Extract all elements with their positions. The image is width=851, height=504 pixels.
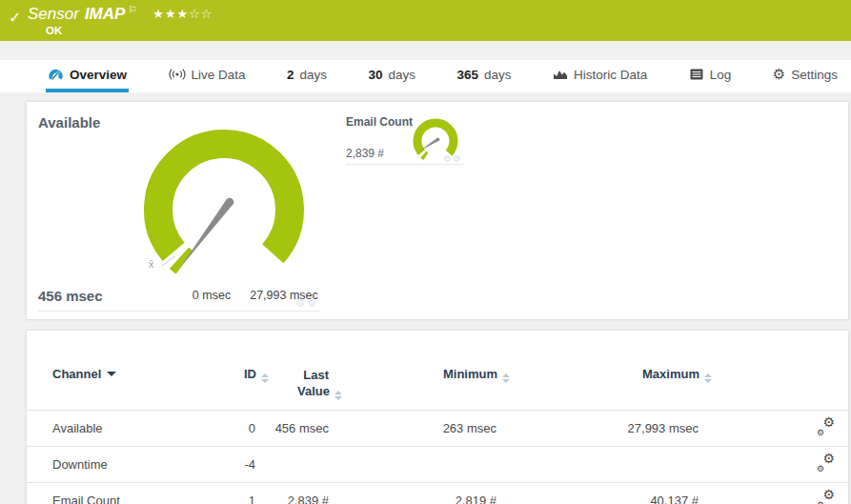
- sensor-type-label: Sensor: [28, 5, 79, 24]
- actions-cell: ⚙⚙: [699, 411, 848, 447]
- sensor-name: IMAP: [85, 5, 126, 24]
- table-row: Email Count 1 2,839 # 2,819 # 40,137 # ⚙…: [27, 483, 848, 504]
- gauge-title: Available: [38, 114, 100, 131]
- column-label: Maximum: [642, 367, 699, 381]
- area-chart-icon: [553, 68, 568, 81]
- page-content: Available x̄ 0 msec 27,993 msec 456 msec…: [0, 92, 851, 504]
- log-list-icon: [689, 68, 704, 81]
- gauges-card: Available x̄ 0 msec 27,993 msec 456 msec…: [27, 102, 848, 319]
- minimum-cell: 263 msec: [329, 411, 496, 447]
- maximum-cell: 27,993 msec: [496, 411, 699, 447]
- stars-empty[interactable]: ☆☆: [189, 7, 213, 21]
- column-label: Minimum: [443, 367, 497, 381]
- channel-name-cell: Available: [27, 411, 198, 447]
- tab-30-days[interactable]: 30 days: [367, 60, 418, 92]
- tab-label: days: [300, 68, 328, 82]
- table-row: Available 0 456 msec 263 msec 27,993 mse…: [27, 411, 848, 447]
- gauge-title: Email Count: [346, 115, 413, 129]
- tab-label: Historic Data: [574, 68, 647, 82]
- tab-historic-data[interactable]: Historic Data: [551, 60, 649, 92]
- last-value-cell: [255, 447, 329, 483]
- column-header-actions: [699, 331, 848, 411]
- minimum-cell: [329, 447, 496, 483]
- tab-live-data[interactable]: Live Data: [167, 60, 248, 92]
- sorted-desc-icon: [107, 372, 116, 376]
- tab-number: 365: [457, 68, 479, 82]
- tab-label: Live Data: [192, 68, 246, 82]
- tab-365-days[interactable]: 365 days: [456, 60, 514, 92]
- table-row: Downtime -4 ⚙⚙: [27, 447, 848, 483]
- available-gauge-block: Available x̄ 0 msec 27,993 msec 456 msec…: [38, 110, 320, 312]
- gear-icon: ⚙: [773, 70, 785, 79]
- gauge-settings-icons[interactable]: ⚙⚙: [443, 153, 462, 164]
- average-marker: x̄: [149, 258, 154, 270]
- page-title: Sensor IMAP ⚐ ★★★☆☆: [28, 5, 213, 24]
- tab-bar: Overview Live Data 2 days 30 days 365 da…: [0, 60, 851, 92]
- channel-id-cell: 1: [198, 483, 255, 504]
- gear-icon: ⚙: [817, 428, 824, 437]
- tab-label: Overview: [70, 68, 127, 82]
- channels-table: Channel ID Last Value Minimum Maximum Av…: [27, 331, 848, 504]
- channel-settings-icon[interactable]: ⚙⚙: [817, 454, 835, 471]
- gauge-value: 2,839 #: [346, 147, 384, 160]
- channels-card: Channel ID Last Value Minimum Maximum Av…: [27, 331, 848, 504]
- last-value-cell: 2,839 #: [255, 483, 329, 504]
- column-header-channel[interactable]: Channel: [27, 331, 198, 411]
- sensor-status-badge: OK: [46, 25, 62, 36]
- tab-overview[interactable]: Overview: [46, 60, 129, 92]
- sort-icon[interactable]: [704, 373, 712, 383]
- gear-icon: ⚙: [817, 500, 824, 504]
- tab-label: days: [484, 68, 512, 82]
- tab-label: Settings: [791, 68, 838, 82]
- gear-icon: ⚙: [822, 451, 835, 466]
- tab-label: Log: [710, 68, 732, 82]
- actions-cell: ⚙⚙: [699, 483, 848, 504]
- channel-name-cell: Email Count: [27, 483, 198, 504]
- gauge-scale-min: 0 msec: [192, 289, 231, 302]
- channel-settings-icon[interactable]: ⚙⚙: [817, 418, 835, 434]
- sort-icon[interactable]: [261, 373, 269, 383]
- status-check-icon: ✓: [9, 9, 21, 27]
- maximum-cell: [496, 447, 699, 483]
- gear-icon: ⚙: [822, 414, 835, 430]
- gear-icon: ⚙: [822, 487, 835, 502]
- gear-icon[interactable]: ⚙: [453, 153, 462, 164]
- gear-icon[interactable]: ⚙: [307, 297, 318, 309]
- gear-icon: ⚙: [817, 464, 824, 474]
- priority-stars[interactable]: ★★★☆☆: [152, 7, 213, 21]
- flag-icon[interactable]: ⚐: [128, 4, 137, 16]
- minimum-cell: 2,819 #: [329, 483, 496, 504]
- column-label: ID: [244, 367, 256, 381]
- last-value-cell: 456 msec: [255, 411, 329, 447]
- broadcast-icon: [169, 68, 186, 81]
- email-count-gauge-block: Email Count 2,839 # ⚙⚙: [346, 115, 464, 165]
- tab-label: days: [389, 68, 416, 82]
- gauge-icon: [48, 68, 64, 82]
- gear-icon[interactable]: ⚙: [443, 153, 453, 164]
- actions-cell: ⚙⚙: [699, 447, 848, 483]
- column-header-id[interactable]: ID: [198, 331, 255, 411]
- sensor-header-bar: ✓ Sensor IMAP ⚐ ★★★☆☆ OK: [0, 0, 851, 41]
- channel-settings-icon[interactable]: ⚙⚙: [817, 491, 835, 504]
- channel-name-cell: Downtime: [27, 447, 198, 483]
- stars-filled[interactable]: ★★★: [152, 7, 189, 21]
- header-gap: [0, 41, 851, 60]
- maximum-cell: 40,137 #: [496, 483, 699, 504]
- sort-icon[interactable]: [334, 391, 342, 400]
- column-header-maximum[interactable]: Maximum: [496, 331, 699, 411]
- sort-icon[interactable]: [502, 373, 510, 383]
- tab-2-days[interactable]: 2 days: [285, 60, 329, 92]
- tab-settings[interactable]: ⚙ Settings: [771, 60, 840, 92]
- column-header-last-value[interactable]: Last Value: [255, 331, 329, 411]
- tab-log[interactable]: Log: [687, 60, 734, 92]
- gauge-settings-icons[interactable]: ⚙⚙: [295, 297, 318, 310]
- tab-number: 30: [369, 68, 383, 82]
- gear-icon[interactable]: ⚙: [295, 297, 307, 309]
- available-gauge: [133, 121, 314, 302]
- channel-id-cell: 0: [198, 411, 255, 447]
- column-header-minimum[interactable]: Minimum: [329, 331, 496, 411]
- gauge-value: 456 msec: [38, 288, 103, 304]
- table-header-row: Channel ID Last Value Minimum Maximum: [27, 331, 848, 411]
- column-label: Channel: [52, 367, 101, 381]
- tab-number: 2: [287, 68, 294, 82]
